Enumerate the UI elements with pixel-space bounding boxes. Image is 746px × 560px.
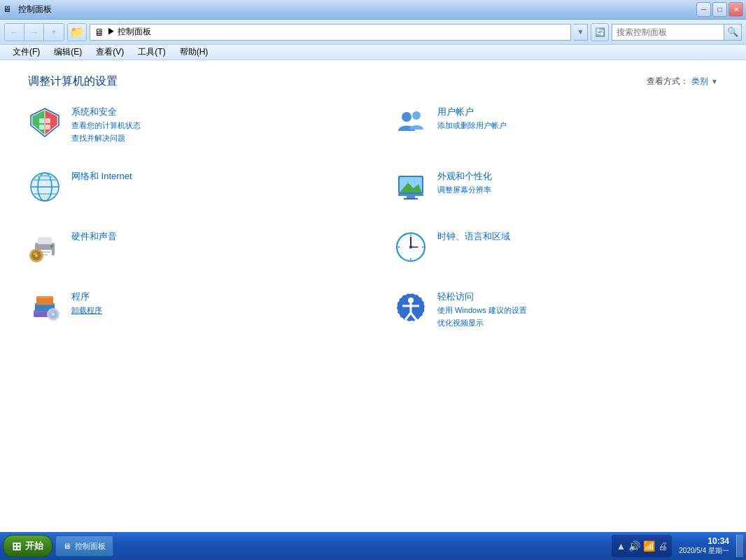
svg-point-52 xyxy=(408,298,414,303)
compat-button[interactable]: 🔄 xyxy=(591,23,609,41)
menu-bar: 文件(F) 编辑(E) 查看(V) 工具(T) 帮助(H) xyxy=(0,45,746,60)
network-text: 网络和 Internet xyxy=(71,170,132,183)
user-accounts-title[interactable]: 用户帐户 xyxy=(437,106,507,118)
svg-point-36 xyxy=(409,246,412,248)
address-bar: ← → ▼ 📁 🖥 ▶ 控制面板 ▼ 🔄 🔍 xyxy=(0,20,746,45)
system-tray: ▲ 🔊 📶 🖨 xyxy=(612,535,672,557)
nav-button-group: ← → ▼ xyxy=(4,23,64,41)
category-item-system-security: 系统和安全 查看您的计算机状态 查找并解决问题 xyxy=(28,106,352,144)
system-security-link-2[interactable]: 查找并解决问题 xyxy=(71,133,141,144)
svg-rect-23 xyxy=(38,237,52,244)
main-content: 调整计算机的设置 查看方式： 类别 ▼ xyxy=(0,60,746,532)
svg-rect-6 xyxy=(45,125,50,130)
address-field[interactable]: 🖥 ▶ 控制面板 xyxy=(90,24,571,41)
search-wrap: 🔍 xyxy=(612,24,742,41)
svg-rect-46 xyxy=(36,296,53,298)
taskbar-window-item[interactable]: 🖥 控制面板 xyxy=(55,536,113,556)
tray-network-icon[interactable]: 📶 xyxy=(643,540,655,552)
programs-text: 程序 卸载程序 xyxy=(71,290,102,316)
ease-text: 轻松访问 使用 Windows 建议的设置 优化视频显示 xyxy=(437,290,527,328)
recent-button[interactable]: ▼ xyxy=(44,23,64,41)
svg-point-8 xyxy=(412,111,421,120)
address-dropdown-button[interactable]: ▼ xyxy=(574,24,588,41)
title-bar: 🖥 控制面板 ─ □ ✕ xyxy=(0,0,746,20)
category-item-network: 网络和 Internet xyxy=(28,170,352,204)
svg-rect-45 xyxy=(36,298,53,304)
address-folder-icon: 🖥 xyxy=(94,27,104,38)
taskbar-item-label: 控制面板 xyxy=(75,541,106,552)
user-accounts-text: 用户帐户 添加或删除用户帐户 xyxy=(437,106,507,131)
system-security-text: 系统和安全 查看您的计算机状态 查找并解决问题 xyxy=(71,106,141,144)
search-input[interactable] xyxy=(612,24,724,41)
category-grid: 系统和安全 查看您的计算机状态 查找并解决问题 用户帐户 添加或删除用户帐户 xyxy=(28,106,718,341)
page-title-row: 调整计算机的设置 查看方式： 类别 ▼ xyxy=(28,74,718,89)
window-icon: 🖥 xyxy=(3,4,14,15)
forward-button[interactable]: → xyxy=(24,23,44,41)
view-mode-label: 查看方式： xyxy=(647,76,689,88)
appearance-title[interactable]: 外观和个性化 xyxy=(437,170,492,183)
taskbar-item-icon: 🖥 xyxy=(63,542,71,550)
view-mode-dropdown-icon[interactable]: ▼ xyxy=(711,78,718,85)
appearance-link-1[interactable]: 调整屏幕分辨率 xyxy=(437,185,492,195)
ease-title[interactable]: 轻松访问 xyxy=(437,290,527,303)
user-accounts-icon xyxy=(394,106,428,139)
system-security-title[interactable]: 系统和安全 xyxy=(71,106,141,118)
ease-icon xyxy=(394,290,428,324)
svg-point-49 xyxy=(52,313,55,316)
programs-link-1[interactable]: 卸载程序 xyxy=(71,305,102,316)
ease-link-2[interactable]: 优化视频显示 xyxy=(437,318,527,328)
minimize-button[interactable]: ─ xyxy=(696,2,711,17)
page-title: 调整计算机的设置 xyxy=(28,74,118,89)
maximize-button[interactable]: □ xyxy=(712,2,727,17)
svg-rect-18 xyxy=(398,194,423,196)
menu-help[interactable]: 帮助(H) xyxy=(173,45,216,59)
view-mode-value[interactable]: 类别 xyxy=(691,76,708,88)
taskbar: ⊞ 开始 🖥 控制面板 ▲ 🔊 📶 🖨 10:34 2020/5/4 星期一 xyxy=(0,532,746,560)
title-controls: ─ □ ✕ xyxy=(696,2,743,17)
menu-view[interactable]: 查看(V) xyxy=(89,45,131,59)
clock-area[interactable]: 10:34 2020/5/4 星期一 xyxy=(675,536,733,556)
programs-title[interactable]: 程序 xyxy=(71,290,102,303)
search-button[interactable]: 🔍 xyxy=(724,24,742,41)
svg-rect-3 xyxy=(39,118,44,123)
clock-date: 2020/5/4 星期一 xyxy=(679,546,729,556)
menu-edit[interactable]: 编辑(E) xyxy=(47,45,89,59)
close-button[interactable]: ✕ xyxy=(729,2,743,17)
tray-printer-icon[interactable]: 🖨 xyxy=(658,540,668,552)
category-item-programs: 程序 卸载程序 xyxy=(28,290,352,328)
system-security-link-1[interactable]: 查看您的计算机状态 xyxy=(71,120,141,131)
category-item-appearance: 外观和个性化 调整屏幕分辨率 xyxy=(394,170,718,204)
category-item-clock: 时钟、语言和区域 xyxy=(394,230,718,264)
view-mode-control: 查看方式： 类别 ▼ xyxy=(647,76,718,88)
menu-file[interactable]: 文件(F) xyxy=(6,45,47,59)
folder-icon: 📁 xyxy=(67,23,87,41)
start-windows-icon: ⊞ xyxy=(12,540,21,553)
programs-icon xyxy=(28,290,62,324)
svg-rect-4 xyxy=(45,118,50,123)
category-item-ease: 轻松访问 使用 Windows 建议的设置 优化视频显示 xyxy=(394,290,718,328)
ease-link-1[interactable]: 使用 Windows 建议的设置 xyxy=(437,305,527,316)
clock-time: 10:34 xyxy=(708,536,729,546)
start-button[interactable]: ⊞ 开始 xyxy=(3,535,52,557)
svg-rect-20 xyxy=(404,198,418,200)
category-item-user-accounts: 用户帐户 添加或删除用户帐户 xyxy=(394,106,718,144)
category-item-hardware: 硬件和声音 xyxy=(28,230,352,264)
start-label: 开始 xyxy=(25,540,43,552)
title-bar-left: 🖥 控制面板 xyxy=(3,4,52,15)
network-title[interactable]: 网络和 Internet xyxy=(71,170,132,183)
hardware-text: 硬件和声音 xyxy=(71,230,117,243)
back-button[interactable]: ← xyxy=(5,23,24,41)
appearance-text: 外观和个性化 调整屏幕分辨率 xyxy=(437,170,492,195)
window-title: 控制面板 xyxy=(18,4,52,15)
clock-title[interactable]: 时钟、语言和区域 xyxy=(437,230,510,243)
user-accounts-link-1[interactable]: 添加或删除用户帐户 xyxy=(437,120,507,131)
address-text: ▶ 控制面板 xyxy=(107,26,151,38)
tray-speaker-icon[interactable]: 🔊 xyxy=(628,540,640,552)
show-desktop-button[interactable] xyxy=(736,535,743,557)
tray-show-icon[interactable]: ▲ xyxy=(616,540,626,552)
hardware-title[interactable]: 硬件和声音 xyxy=(71,230,117,243)
network-icon xyxy=(28,170,62,204)
menu-tools[interactable]: 工具(T) xyxy=(131,45,172,59)
hardware-icon xyxy=(28,230,62,264)
svg-point-29 xyxy=(35,254,38,257)
